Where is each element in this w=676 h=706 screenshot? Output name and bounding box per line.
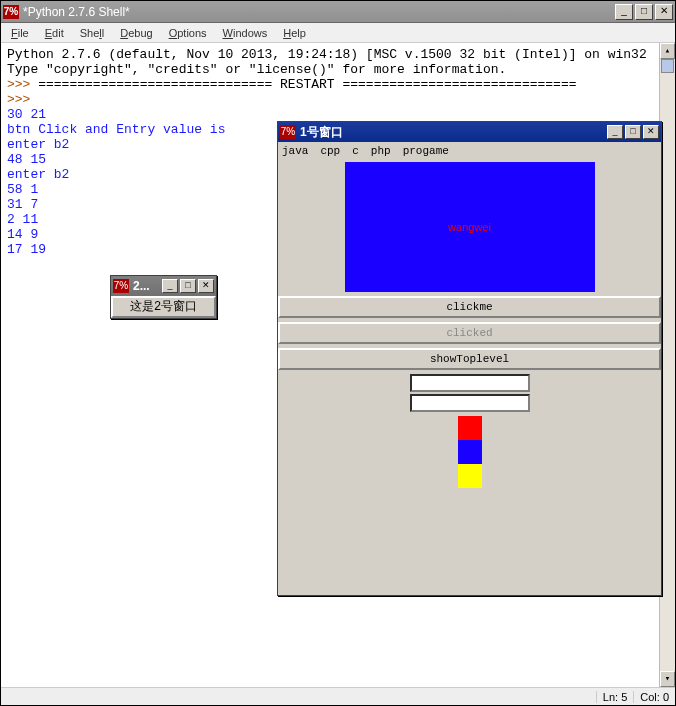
menu-shell[interactable]: Shell	[72, 25, 112, 41]
menu-php[interactable]: php	[371, 145, 391, 157]
out-7: 31 7	[7, 197, 38, 212]
out-9: 14 9	[7, 227, 38, 242]
main-window-controls: _ □ ✕	[615, 4, 673, 20]
win2-minimize-button[interactable]: _	[162, 279, 178, 293]
win1-close-button[interactable]: ✕	[643, 125, 659, 139]
out-4: 48 15	[7, 152, 46, 167]
menu-cpp[interactable]: cpp	[320, 145, 340, 157]
out-6: 58 1	[7, 182, 38, 197]
window-1: 7% 1号窗口 _ □ ✕ java cpp c php progame wan…	[277, 121, 662, 596]
out-1: 30 21	[7, 107, 46, 122]
out-10: 17 19	[7, 242, 46, 257]
scroll-up-arrow-icon[interactable]: ▴	[660, 43, 675, 59]
color-blue[interactable]	[458, 440, 482, 464]
win2-close-button[interactable]: ✕	[198, 279, 214, 293]
col-label: Col:	[640, 691, 663, 703]
menu-debug[interactable]: Debug	[112, 25, 160, 41]
window-2-controls: _ □ ✕	[162, 279, 214, 293]
color-stack	[458, 416, 482, 488]
tk-icon: 7%	[280, 125, 296, 139]
menu-edit[interactable]: Edit	[37, 25, 72, 41]
canvas-text: wangwei	[448, 221, 491, 233]
banner-text: Python 2.7.6 (default, Nov 10 2013, 19:2…	[7, 47, 647, 62]
menu-c[interactable]: c	[352, 145, 359, 157]
window-2-body: 这是2号窗口	[111, 296, 216, 318]
window-1-titlebar[interactable]: 7% 1号窗口 _ □ ✕	[278, 122, 661, 142]
window-2: 7% 2... _ □ ✕ 这是2号窗口	[110, 275, 217, 319]
window-2-button[interactable]: 这是2号窗口	[111, 296, 216, 318]
main-titlebar: 7% *Python 2.7.6 Shell* _ □ ✕	[1, 1, 675, 23]
clicked-button[interactable]: clicked	[278, 322, 661, 344]
line-value: 5	[621, 691, 627, 703]
menu-help[interactable]: Help	[275, 25, 314, 41]
window-2-titlebar[interactable]: 7% 2... _ □ ✕	[111, 276, 216, 296]
status-bar: Ln: 5 Col: 0	[1, 687, 675, 705]
maximize-button[interactable]: □	[635, 4, 653, 20]
line-label: Ln:	[603, 691, 621, 703]
main-title: *Python 2.7.6 Shell*	[23, 5, 615, 19]
out-3: enter b2	[7, 137, 69, 152]
shell-content-area: Python 2.7.6 (default, Nov 10 2013, 19:2…	[1, 43, 675, 687]
minimize-button[interactable]: _	[615, 4, 633, 20]
menu-windows[interactable]: Windows	[215, 25, 276, 41]
status-col: Col: 0	[633, 691, 675, 703]
scroll-thumb[interactable]	[661, 59, 674, 73]
window-2-title: 2...	[133, 279, 162, 293]
window-1-controls: _ □ ✕	[607, 125, 659, 139]
python-icon: 7%	[3, 5, 19, 19]
hint-text: Type "copyright", "credits" or "license(…	[7, 62, 506, 77]
color-red[interactable]	[458, 416, 482, 440]
window-1-title: 1号窗口	[300, 124, 607, 141]
main-menubar: File Edit Shell Debug Options Windows He…	[1, 23, 675, 43]
entry-1[interactable]	[410, 374, 530, 392]
prompt-1: >>>	[7, 77, 38, 92]
scroll-down-arrow-icon[interactable]: ▾	[660, 671, 675, 687]
col-value: 0	[663, 691, 669, 703]
win1-maximize-button[interactable]: □	[625, 125, 641, 139]
out-5: enter b2	[7, 167, 69, 182]
prompt-2: >>>	[7, 92, 38, 107]
status-line: Ln: 5	[596, 691, 633, 703]
entry-2[interactable]	[410, 394, 530, 412]
out-2: btn Click and Entry value is	[7, 122, 225, 137]
close-button[interactable]: ✕	[655, 4, 673, 20]
out-8: 2 11	[7, 212, 38, 227]
menu-java[interactable]: java	[282, 145, 308, 157]
window-1-menubar: java cpp c php progame	[278, 142, 661, 160]
clickme-button[interactable]: clickme	[278, 296, 661, 318]
menu-options[interactable]: Options	[161, 25, 215, 41]
color-yellow[interactable]	[458, 464, 482, 488]
menu-progame[interactable]: progame	[403, 145, 449, 157]
tk-icon: 7%	[113, 279, 129, 293]
showtoplevel-button[interactable]: showToplevel	[278, 348, 661, 370]
restart-line: ============================== RESTART =…	[38, 77, 576, 92]
win2-maximize-button[interactable]: □	[180, 279, 196, 293]
window-1-body: java cpp c php progame wangwei clickme c…	[278, 142, 661, 488]
menu-file[interactable]: File	[3, 25, 37, 41]
canvas[interactable]: wangwei	[345, 162, 595, 292]
win1-minimize-button[interactable]: _	[607, 125, 623, 139]
